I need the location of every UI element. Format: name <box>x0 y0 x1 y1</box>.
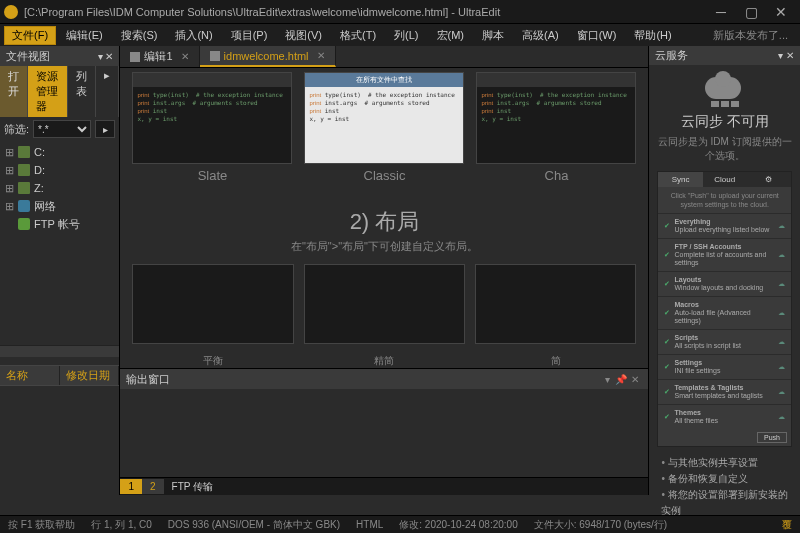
menu-0[interactable]: 文件(F) <box>4 26 56 45</box>
close-icon[interactable]: ✕ <box>317 50 325 61</box>
sync-note: Click "Push" to upload your current syst… <box>658 187 791 213</box>
cloud-panel-title: 云服务 <box>655 48 688 63</box>
section-title: 2) 布局 <box>120 207 648 237</box>
col-name[interactable]: 名称 <box>0 366 60 385</box>
left-tab[interactable]: 打开 <box>0 66 28 117</box>
close-icon[interactable]: ✕ <box>628 374 642 385</box>
dropdown-icon[interactable]: ▾ <box>600 374 614 385</box>
cloud-up-icon: ☁ <box>778 338 785 346</box>
file-icon <box>210 51 220 61</box>
layout-card[interactable] <box>132 264 293 344</box>
output-tab-ftp[interactable]: FTP 传输 <box>164 478 221 496</box>
sync-item[interactable]: ✔Templates & TaglistsSmart templates and… <box>658 379 791 404</box>
sync-tab[interactable]: Sync <box>658 172 702 187</box>
drive-icon <box>18 164 30 176</box>
status-help: 按 F1 获取帮助 <box>4 518 79 532</box>
drive-icon <box>18 146 30 158</box>
filter-label: 筛选: <box>4 122 29 137</box>
menu-1[interactable]: 编辑(E) <box>58 26 111 45</box>
file-view-title: 文件视图 <box>6 49 50 64</box>
cloud-up-icon: ☁ <box>778 280 785 288</box>
sync-item[interactable]: ✔ThemesAll theme files☁ <box>658 404 791 429</box>
theme-card[interactable]: 在所有文件中查找print type(inst) # the exception… <box>304 72 464 183</box>
status-mod: 修改: 2020-10-24 08:20:00 <box>395 518 521 532</box>
status-enc: DOS 936 (ANSI/OEM - 简体中文 GBK) <box>164 518 344 532</box>
cloud-up-icon: ☁ <box>778 251 785 259</box>
menu-10[interactable]: 高级(A) <box>514 26 567 45</box>
sync-item[interactable]: ✔ScriptsAll scripts in script list☁ <box>658 329 791 354</box>
push-button[interactable]: Push <box>757 432 787 443</box>
theme-card[interactable]: print type(inst) # the exception instanc… <box>132 72 292 183</box>
app-icon <box>4 5 18 19</box>
theme-card[interactable]: print type(inst) # the exception instanc… <box>476 72 636 183</box>
menu-12[interactable]: 帮助(H) <box>626 26 679 45</box>
status-lang: HTML <box>352 519 387 530</box>
menu-8[interactable]: 宏(M) <box>429 26 473 45</box>
cloud-up-icon: ☁ <box>778 413 785 421</box>
sync-item[interactable]: ✔FTP / SSH AccountsComplete list of acco… <box>658 238 791 271</box>
left-tab[interactable]: 资源管理器 <box>28 66 68 117</box>
check-icon: ✔ <box>664 338 670 346</box>
filter-select[interactable]: *.* <box>33 120 91 138</box>
ribbon-notice[interactable]: 新版本发布了... <box>705 28 796 43</box>
pin-icon[interactable]: 📌 <box>614 374 628 385</box>
scrollbar[interactable] <box>0 345 119 357</box>
output-tab-1[interactable]: 1 <box>120 479 142 494</box>
status-pos: 行 1, 列 1, C0 <box>87 518 156 532</box>
minimize-button[interactable]: ─ <box>706 3 736 21</box>
menu-9[interactable]: 脚本 <box>474 26 512 45</box>
cloud-up-icon: ☁ <box>778 222 785 230</box>
editor-tab[interactable]: idmwelcome.html✕ <box>200 46 336 67</box>
ftp-icon <box>18 218 30 230</box>
layout-cap: 平衡 <box>132 354 293 368</box>
cloud-up-icon: ☁ <box>778 309 785 317</box>
menu-6[interactable]: 格式(T) <box>332 26 384 45</box>
menu-2[interactable]: 搜索(S) <box>113 26 166 45</box>
tree-node[interactable]: ⊞D: <box>4 161 115 179</box>
sync-item[interactable]: ✔SettingsINI file settings☁ <box>658 354 791 379</box>
status-size: 文件大小: 6948/170 (bytes/行) <box>530 518 671 532</box>
menu-4[interactable]: 项目(P) <box>223 26 276 45</box>
gear-icon[interactable]: ⚙ <box>747 172 791 187</box>
tree-node[interactable]: ⊞C: <box>4 143 115 161</box>
layout-cap: 精简 <box>304 354 465 368</box>
output-tab-2[interactable]: 2 <box>142 479 164 494</box>
tab-more-icon[interactable]: ▸ <box>96 66 119 117</box>
sync-item[interactable]: ✔MacrosAuto-load file (Advanced settings… <box>658 296 791 329</box>
cloud-icon <box>705 77 745 107</box>
col-date[interactable]: 修改日期 <box>60 366 119 385</box>
menu-11[interactable]: 窗口(W) <box>569 26 625 45</box>
section-sub: 在"布局">"布局"下可创建自定义布局。 <box>120 239 648 254</box>
maximize-button[interactable]: ▢ <box>736 3 766 21</box>
menu-5[interactable]: 视图(V) <box>277 26 330 45</box>
tree-node[interactable]: ⊞Z: <box>4 179 115 197</box>
cloud-tab[interactable]: Cloud <box>703 172 747 187</box>
window-title: [C:\Program Files\IDM Computer Solutions… <box>24 6 706 18</box>
layout-card[interactable] <box>475 264 636 344</box>
editor-tab[interactable]: 编辑1✕ <box>120 46 199 67</box>
cloud-up-icon: ☁ <box>778 388 785 396</box>
check-icon: ✔ <box>664 309 670 317</box>
check-icon: ✔ <box>664 251 670 259</box>
sync-item[interactable]: ✔EverythingUpload everything listed belo… <box>658 213 791 238</box>
tree-node[interactable]: FTP 帐号 <box>4 215 115 233</box>
pin-icon[interactable]: ▾ ✕ <box>778 50 794 61</box>
drive-icon <box>18 182 30 194</box>
cloud-bullet: 备份和恢复自定义 <box>661 471 788 487</box>
file-icon <box>130 52 140 62</box>
menu-7[interactable]: 列(L) <box>386 26 426 45</box>
sync-item[interactable]: ✔LayoutsWindow layouts and docking☁ <box>658 271 791 296</box>
check-icon: ✔ <box>664 363 670 371</box>
layout-card[interactable] <box>304 264 465 344</box>
left-tab[interactable]: 列表 <box>68 66 96 117</box>
pin-icon[interactable]: ▾ ✕ <box>98 51 114 62</box>
filter-go-button[interactable]: ▸ <box>95 120 115 138</box>
tree-node[interactable]: ⊞网络 <box>4 197 115 215</box>
check-icon: ✔ <box>664 222 670 230</box>
cloud-bullet: 与其他实例共享设置 <box>661 455 788 471</box>
menu-3[interactable]: 插入(N) <box>167 26 220 45</box>
output-body <box>120 389 648 477</box>
close-button[interactable]: ✕ <box>766 3 796 21</box>
cloud-title: 云同步 不可用 <box>649 113 800 131</box>
close-icon[interactable]: ✕ <box>181 51 189 62</box>
